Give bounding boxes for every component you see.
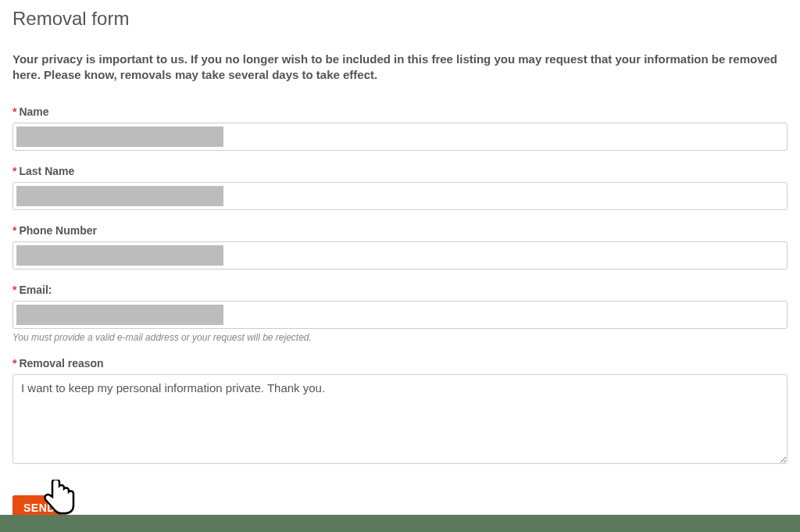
reason-field-group: *Removal reason I want to keep my person… — [12, 357, 788, 467]
lastname-input-fill — [16, 186, 223, 206]
email-hint: You must provide a valid e-mail address … — [12, 332, 788, 343]
name-field-group: *Name — [12, 105, 788, 151]
phone-field-group: *Phone Number — [12, 224, 788, 270]
phone-input-fill — [16, 245, 223, 266]
required-asterisk: * — [12, 357, 16, 370]
lastname-label: *Last Name — [12, 165, 788, 177]
name-label: *Name — [12, 105, 788, 118]
reason-label: *Removal reason — [12, 357, 788, 370]
required-asterisk: * — [12, 165, 16, 177]
phone-label: *Phone Number — [12, 224, 788, 237]
required-asterisk: * — [12, 284, 16, 296]
page-title: Removal form — [12, 8, 788, 30]
intro-text: Your privacy is important to us. If you … — [12, 52, 788, 84]
bottom-bar — [0, 515, 800, 532]
email-field-group: *Email: You must provide a valid e-mail … — [12, 284, 788, 343]
email-input[interactable] — [12, 301, 788, 329]
required-asterisk: * — [12, 105, 16, 118]
reason-textarea[interactable]: I want to keep my personal information p… — [12, 374, 788, 464]
email-label: *Email: — [12, 284, 788, 296]
lastname-input[interactable] — [12, 182, 788, 210]
required-asterisk: * — [12, 224, 16, 237]
name-input-fill — [16, 127, 223, 147]
phone-input[interactable] — [12, 241, 788, 270]
name-input[interactable] — [12, 123, 788, 151]
lastname-field-group: *Last Name — [12, 165, 788, 210]
email-input-fill — [16, 305, 223, 325]
